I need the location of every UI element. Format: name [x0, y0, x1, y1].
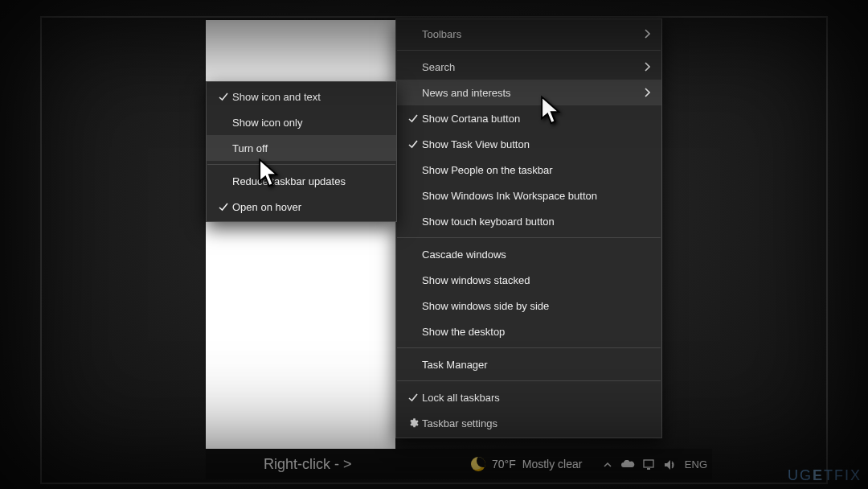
weather-desc: Mostly clear	[522, 458, 583, 471]
menu-item-label: Taskbar settings	[422, 417, 650, 429]
taskbar-menu-item-show-touch-keyboard-button[interactable]: Show touch keyboard button	[396, 208, 661, 234]
tray-chevron-up-icon[interactable]	[603, 458, 612, 471]
check-icon	[404, 138, 422, 150]
taskbar-menu-item-show-windows-stacked[interactable]: Show windows stacked	[396, 267, 661, 293]
check-icon	[404, 113, 422, 124]
taskbar-menu-item-task-manager[interactable]: Task Manager	[396, 351, 661, 377]
check-icon	[215, 201, 232, 212]
gear-icon	[404, 417, 422, 429]
news-interests-item-reduce-taskbar-updates[interactable]: Reduce taskbar updates	[207, 168, 396, 194]
menu-item-label: Show Cortana button	[422, 113, 650, 125]
taskbar-menu-separator	[397, 380, 661, 381]
taskbar-menu-separator	[397, 347, 661, 348]
news-interests-item-open-on-hover[interactable]: Open on hover	[207, 194, 396, 220]
check-icon	[215, 91, 232, 102]
check-icon	[404, 392, 422, 403]
system-tray: ENG	[603, 449, 707, 479]
onedrive-icon[interactable]	[620, 458, 635, 471]
menu-item-label: Reduce taskbar updates	[232, 175, 385, 187]
taskbar-menu-item-toolbars[interactable]: Toolbars	[396, 21, 661, 47]
network-icon[interactable]	[643, 458, 656, 471]
menu-item-label: News and interests	[422, 87, 639, 99]
taskbar-menu-item-search[interactable]: Search	[396, 54, 661, 80]
menu-item-label: Show Windows Ink Workspace button	[422, 190, 650, 202]
svg-rect-0	[644, 460, 653, 467]
menu-item-label: Open on hover	[232, 201, 385, 213]
watermark: UGETFIX	[788, 467, 862, 484]
taskbar: Right-click - > 70°F Mostly clear ENG	[206, 449, 712, 479]
taskbar-menu-item-show-task-view-button[interactable]: Show Task View button	[396, 131, 661, 157]
menu-item-label: Toolbars	[422, 28, 639, 40]
taskbar-menu-item-taskbar-settings[interactable]: Taskbar settings	[396, 410, 661, 436]
chevron-right-icon	[639, 88, 650, 97]
menu-item-label: Show windows side by side	[422, 300, 650, 312]
news-interests-item-turn-off[interactable]: Turn off	[207, 135, 396, 161]
weather-temp: 70°F	[492, 458, 516, 471]
menu-item-label: Show the desktop	[422, 326, 650, 338]
taskbar-context-menu: ToolbarsSearchNews and interestsShow Cor…	[395, 18, 662, 438]
menu-item-label: Task Manager	[422, 359, 650, 371]
menu-item-label: Show windows stacked	[422, 274, 650, 286]
volume-icon[interactable]	[664, 458, 677, 471]
taskbar-menu-item-show-windows-ink-workspace-button[interactable]: Show Windows Ink Workspace button	[396, 183, 661, 208]
stage: Right-click - > 70°F Mostly clear ENG To…	[0, 0, 868, 489]
instruction-label: Right-click - >	[264, 456, 352, 473]
taskbar-menu-separator	[397, 50, 661, 51]
taskbar-menu-item-news-and-interests[interactable]: News and interests	[396, 80, 661, 105]
menu-item-label: Lock all taskbars	[422, 392, 650, 404]
menu-item-label: Search	[422, 61, 639, 73]
news-interests-separator	[207, 164, 395, 165]
menu-item-label: Show touch keyboard button	[422, 216, 650, 228]
menu-item-label: Show icon only	[232, 117, 385, 129]
chevron-right-icon	[639, 62, 650, 72]
news-interests-item-show-icon-and-text[interactable]: Show icon and text	[207, 84, 396, 109]
menu-item-label: Turn off	[232, 142, 385, 154]
taskbar-menu-separator	[397, 237, 661, 238]
svg-marker-2	[665, 460, 670, 470]
tray-language[interactable]: ENG	[685, 458, 707, 471]
taskbar-menu-item-lock-all-taskbars[interactable]: Lock all taskbars	[396, 384, 661, 410]
taskbar-menu-item-cascade-windows[interactable]: Cascade windows	[396, 241, 661, 267]
menu-item-label: Cascade windows	[422, 249, 650, 261]
news-and-interests-submenu: Show icon and textShow icon onlyTurn off…	[206, 81, 397, 222]
menu-item-label: Show icon and text	[232, 91, 385, 103]
taskbar-menu-item-show-cortana-button[interactable]: Show Cortana button	[396, 105, 661, 131]
news-interests-item-show-icon-only[interactable]: Show icon only	[207, 109, 396, 135]
taskbar-menu-item-show-people-on-the-taskbar[interactable]: Show People on the taskbar	[396, 157, 661, 183]
taskbar-menu-item-show-the-desktop[interactable]: Show the desktop	[396, 318, 661, 344]
chevron-right-icon	[639, 29, 650, 39]
weather-moon-icon	[471, 457, 485, 471]
svg-rect-1	[647, 468, 650, 470]
news-and-interests-widget[interactable]: 70°F Mostly clear	[471, 449, 582, 479]
menu-item-label: Show People on the taskbar	[422, 164, 650, 176]
taskbar-menu-item-show-windows-side-by-side[interactable]: Show windows side by side	[396, 293, 661, 318]
menu-item-label: Show Task View button	[422, 138, 650, 150]
